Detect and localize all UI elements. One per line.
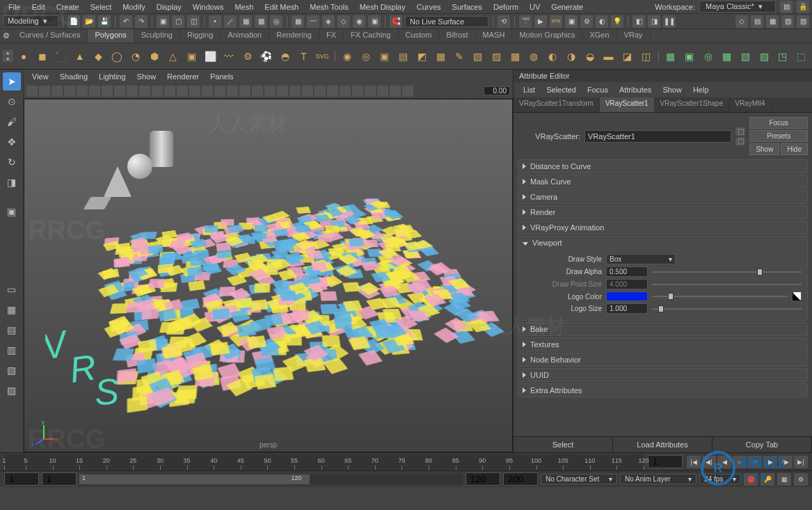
- poly-torus-icon[interactable]: ◯: [109, 47, 125, 66]
- xray-active-icon[interactable]: [315, 86, 326, 97]
- res-gate-icon[interactable]: [114, 86, 125, 97]
- panel-right-icon[interactable]: ◨: [648, 15, 660, 28]
- show-button[interactable]: Show: [749, 143, 779, 155]
- uv-planar-icon[interactable]: ▦: [662, 47, 678, 66]
- shelf-tab-fx[interactable]: FX: [319, 29, 344, 42]
- select-edge-icon[interactable]: ／: [224, 15, 237, 28]
- presets-button[interactable]: Presets: [749, 130, 808, 142]
- crease-icon[interactable]: ◪: [619, 47, 635, 66]
- select-component-icon[interactable]: ◫: [187, 15, 200, 28]
- section-head-vproxyanim[interactable]: VRayProxy Animation: [518, 221, 807, 234]
- step-back-icon[interactable]: ◀: [717, 456, 731, 468]
- hide-button[interactable]: Hide: [781, 143, 808, 155]
- poly-platonic-icon[interactable]: ⬢: [146, 47, 162, 66]
- grease-pencil-icon[interactable]: [77, 86, 88, 97]
- uv-cylindrical-icon[interactable]: ▣: [681, 47, 697, 66]
- load-attributes-button[interactable]: Load Attributes: [613, 437, 713, 452]
- range-bar[interactable]: 1 120: [79, 475, 463, 484]
- two-pane-v-icon[interactable]: ▤: [3, 321, 21, 339]
- panel-menu-view[interactable]: View: [26, 71, 54, 82]
- shelf-tab-sculpting[interactable]: Sculpting: [134, 29, 180, 42]
- section-head-textures[interactable]: Textures: [518, 338, 807, 351]
- four-pane-icon[interactable]: ▦: [3, 301, 21, 319]
- uv-contour-icon[interactable]: ▧: [738, 47, 754, 66]
- toggle-channelbox-icon[interactable]: ▨: [797, 15, 809, 28]
- snap-grid-icon[interactable]: ▦: [292, 15, 304, 28]
- attr-tab-vraymtl4[interactable]: VRayMtl4: [729, 97, 771, 112]
- time-ruler[interactable]: 1510152025303540455055606570758085909510…: [4, 454, 644, 470]
- snap-live-icon[interactable]: ◉: [353, 15, 365, 28]
- menuset-select[interactable]: Modeling ▾: [3, 15, 58, 27]
- menu-select[interactable]: Select: [85, 1, 118, 13]
- io-input-icon[interactable]: ⬚: [735, 127, 745, 136]
- uv-3dtexture-icon[interactable]: ◳: [774, 47, 790, 66]
- attr-tab-transform[interactable]: VRayScatter1Transform: [514, 97, 600, 112]
- grid-toggle-icon[interactable]: [89, 86, 100, 97]
- attr-menu-list[interactable]: List: [518, 84, 541, 95]
- multisample-icon[interactable]: [390, 86, 401, 97]
- separate-icon[interactable]: ◎: [358, 47, 374, 66]
- hypershade-icon[interactable]: ◐: [596, 15, 608, 28]
- render-current-icon[interactable]: ▶: [534, 15, 547, 28]
- current-frame-field[interactable]: [648, 455, 683, 468]
- logo-size-slider[interactable]: [652, 304, 802, 314]
- ipr-icon[interactable]: IPR: [550, 15, 562, 28]
- draw-alpha-field[interactable]: [606, 266, 648, 277]
- subdiv-icon[interactable]: ◐: [545, 47, 561, 66]
- range-end-field[interactable]: [465, 472, 500, 486]
- section-head-uuid[interactable]: UUID: [518, 369, 807, 381]
- section-head-camera[interactable]: Camera: [518, 191, 807, 203]
- multicut-icon[interactable]: ✎: [452, 47, 468, 66]
- menu-mesh[interactable]: Mesh: [229, 1, 259, 13]
- circularize-icon[interactable]: ◒: [582, 47, 598, 66]
- attr-menu-selected[interactable]: Selected: [541, 84, 582, 95]
- menu-windows[interactable]: Windows: [187, 1, 230, 13]
- focus-button[interactable]: Focus: [749, 117, 808, 129]
- single-pane-icon[interactable]: ▭: [3, 280, 21, 298]
- scale-tool-icon[interactable]: ◨: [3, 173, 21, 191]
- play-back-icon[interactable]: ◁: [733, 456, 747, 468]
- targetweld-icon[interactable]: ▧: [470, 47, 486, 66]
- anim-layer-select[interactable]: No Anim Layer▾: [620, 474, 696, 484]
- attr-name-field[interactable]: [584, 130, 731, 143]
- make-live-icon[interactable]: 🧲: [390, 15, 402, 28]
- go-end-icon[interactable]: ▶|: [794, 456, 808, 468]
- smooth-icon[interactable]: ◍: [526, 47, 542, 66]
- poly-pyramid-icon[interactable]: △: [165, 47, 181, 66]
- uv-auto-icon[interactable]: ▩: [719, 47, 735, 66]
- mirror-icon[interactable]: ◑: [564, 47, 580, 66]
- select-face-icon[interactable]: ▦: [239, 15, 252, 28]
- workspace-select[interactable]: Maya Classic* ▾: [699, 1, 776, 13]
- live-surface-field[interactable]: [405, 16, 488, 27]
- expose-icon[interactable]: [327, 86, 338, 97]
- logo-color-map-icon[interactable]: [792, 292, 802, 301]
- poly-soccer-icon[interactable]: ⚽: [258, 47, 274, 66]
- time-slider[interactable]: 1510152025303540455055606570758085909510…: [0, 452, 812, 470]
- menu-deform[interactable]: Deform: [488, 1, 524, 13]
- sidebar-toggle-icon[interactable]: ▤: [780, 1, 793, 13]
- shelf-nav-down-icon[interactable]: ▼: [3, 56, 13, 62]
- image-plane-icon[interactable]: [51, 86, 63, 97]
- snap-view-icon[interactable]: ▣: [368, 15, 381, 28]
- save-scene-icon[interactable]: 💾: [98, 15, 111, 28]
- undo-icon[interactable]: ↶: [120, 15, 132, 28]
- lasso-tool-icon[interactable]: ⊙: [3, 93, 21, 111]
- isolate-icon[interactable]: [277, 86, 288, 97]
- exposure-value[interactable]: 0.00: [484, 86, 510, 95]
- panel-left-icon[interactable]: ◧: [632, 15, 645, 28]
- select-object-icon[interactable]: ▢: [172, 15, 184, 28]
- light-editor-icon[interactable]: 💡: [611, 15, 623, 28]
- panel-menu-panels[interactable]: Panels: [205, 71, 239, 82]
- attr-menu-focus[interactable]: Focus: [582, 84, 614, 95]
- prefs-icon[interactable]: ⚙: [794, 473, 808, 486]
- step-back-key-icon[interactable]: ◀|: [702, 456, 716, 468]
- menu-uv[interactable]: UV: [524, 1, 546, 13]
- shelf-menu-icon[interactable]: ⚙: [0, 29, 13, 42]
- menu-curves[interactable]: Curves: [411, 1, 447, 13]
- section-head-render[interactable]: Render: [518, 206, 807, 218]
- xray-joints-icon[interactable]: [302, 86, 313, 97]
- persp-graph-icon[interactable]: ▨: [3, 381, 21, 399]
- wireonshaded-icon[interactable]: [377, 86, 388, 97]
- uv-spherical-icon[interactable]: ◎: [700, 47, 716, 66]
- shelf-tab-bifrost[interactable]: Bifrost: [439, 29, 475, 42]
